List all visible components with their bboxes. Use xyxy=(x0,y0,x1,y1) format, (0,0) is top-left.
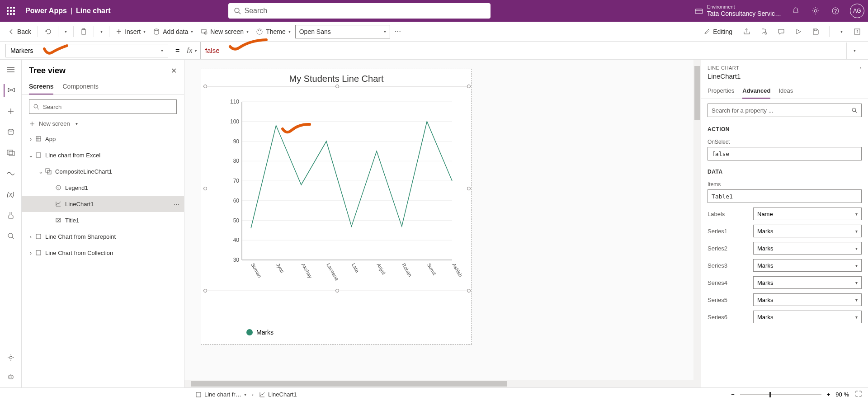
tab-components[interactable]: Components xyxy=(62,79,98,94)
rail-flows-icon[interactable] xyxy=(4,167,18,180)
zoom-out-button[interactable]: − xyxy=(731,391,735,398)
tree-view-panel: Tree view ✕ Screens Components Search Ne… xyxy=(22,60,184,387)
series-selector[interactable]: Marks▾ xyxy=(753,311,862,323)
tree-list: ›App ⌄Line chart from Excel ⌄CompositeLi… xyxy=(22,131,184,387)
comments-icon[interactable] xyxy=(776,26,787,37)
environment-picker[interactable]: Environment Tata Consultancy Servic… xyxy=(694,4,781,18)
section-data: DATA xyxy=(708,169,862,175)
publish-icon[interactable] xyxy=(852,26,863,37)
tree-item-collection-screen[interactable]: ›Line Chart from Collection xyxy=(22,245,184,261)
formula-input[interactable]: false xyxy=(200,42,843,59)
plus-icon xyxy=(29,121,35,127)
svg-rect-18 xyxy=(9,151,14,156)
tree-item-excel-screen[interactable]: ⌄Line chart from Excel xyxy=(22,147,184,163)
zoom-slider[interactable] xyxy=(740,394,821,395)
new-screen-button[interactable]: New screen▾ xyxy=(198,26,251,37)
global-search[interactable]: Search xyxy=(228,3,491,19)
editing-mode[interactable]: Editing xyxy=(701,26,735,37)
more-icon[interactable]: ⋯ xyxy=(174,201,179,208)
tree-item-composite[interactable]: ⌄CompositeLineChart1 xyxy=(22,163,184,179)
group-icon xyxy=(44,168,52,175)
app-launcher-icon[interactable] xyxy=(4,4,18,18)
search-placeholder: Search xyxy=(245,7,268,15)
svg-rect-33 xyxy=(36,250,41,255)
svg-point-8 xyxy=(154,29,159,31)
notifications-icon[interactable] xyxy=(790,5,801,16)
insert-button[interactable]: Insert▾ xyxy=(113,26,148,37)
rail-hamburger-icon[interactable] xyxy=(4,63,18,76)
breadcrumb-screen[interactable]: Line chart fr…▾ xyxy=(195,391,246,398)
tree-new-screen[interactable]: New screen▾ xyxy=(29,120,177,127)
series-label: Labels xyxy=(708,211,725,217)
series-selector[interactable]: Name▾ xyxy=(753,208,862,220)
app-checker-icon[interactable] xyxy=(759,26,769,37)
tree-item-sharepoint-screen[interactable]: ›Line Chart from Sharepoint xyxy=(22,228,184,245)
undo-more[interactable]: ▾ xyxy=(62,27,70,36)
help-icon[interactable]: ? xyxy=(830,5,841,16)
back-button[interactable]: Back xyxy=(5,26,34,37)
rail-virtual-agent-icon[interactable] xyxy=(4,370,18,383)
add-data-button[interactable]: Add data▾ xyxy=(150,26,196,37)
tree-item-app[interactable]: ›App xyxy=(22,131,184,147)
properties-panel: LINE CHART › LineChart1 Properties Advan… xyxy=(701,60,868,387)
settings-icon[interactable] xyxy=(810,5,821,16)
property-search[interactable]: Search for a property ... xyxy=(708,104,862,117)
screen-icon xyxy=(34,250,42,256)
save-more[interactable]: ▾ xyxy=(838,27,845,36)
series-row: Series5Marks▾ xyxy=(708,293,862,306)
rail-insert-icon[interactable] xyxy=(4,105,18,118)
tree-item-linechart[interactable]: LineChart1⋯ xyxy=(22,196,184,212)
items-input[interactable]: Table1 xyxy=(708,189,862,203)
breadcrumb-control[interactable]: LineChart1 xyxy=(259,391,297,398)
share-icon[interactable] xyxy=(741,26,752,37)
zoom-in-button[interactable]: + xyxy=(827,391,830,398)
overflow-button[interactable]: ⋯ xyxy=(392,26,404,37)
pencil-icon xyxy=(704,28,710,35)
horizontal-scrollbar[interactable] xyxy=(184,380,693,387)
tree-search-input[interactable]: Search xyxy=(29,99,177,114)
vertical-scrollbar[interactable] xyxy=(693,60,701,387)
tab-screens[interactable]: Screens xyxy=(29,79,53,94)
rail-search-icon[interactable] xyxy=(4,230,18,242)
save-icon[interactable] xyxy=(810,26,821,37)
series-selector[interactable]: Marks▾ xyxy=(753,225,862,237)
paste-more[interactable]: ▾ xyxy=(98,27,105,36)
tree-item-title[interactable]: Title1 xyxy=(22,212,184,228)
avatar[interactable]: AG xyxy=(850,4,864,18)
series-label: Series3 xyxy=(708,262,727,269)
panel-expand-icon[interactable]: › xyxy=(860,66,862,71)
rail-tools-icon[interactable] xyxy=(4,209,18,222)
rail-media-icon[interactable] xyxy=(4,146,18,159)
fx-label: fx▾ xyxy=(187,47,196,55)
screen-icon xyxy=(195,392,202,398)
series-row: Series2Marks▾ xyxy=(708,242,862,255)
svg-point-24 xyxy=(34,104,38,108)
series-selector[interactable]: Marks▾ xyxy=(753,259,862,272)
canvas[interactable]: My Students Line Chart 30405060708090100… xyxy=(184,60,701,387)
fit-to-window-icon[interactable] xyxy=(854,390,863,399)
undo-button[interactable] xyxy=(42,26,54,37)
svg-text:?: ? xyxy=(834,8,837,14)
close-icon[interactable]: ✕ xyxy=(171,66,177,75)
series-selector[interactable]: Marks▾ xyxy=(753,293,862,306)
theme-button[interactable]: Theme▾ xyxy=(253,26,293,37)
font-selector[interactable]: Open Sans▾ xyxy=(295,25,390,38)
formula-expand[interactable]: ▾ xyxy=(846,42,863,59)
series-selector[interactable]: Marks▾ xyxy=(753,276,862,289)
environment-icon xyxy=(694,6,703,15)
svg-point-22 xyxy=(9,377,10,377)
rail-tree-view-icon[interactable] xyxy=(4,84,18,97)
tree-item-legend[interactable]: ?Legend1 xyxy=(22,179,184,196)
onselect-input[interactable]: false xyxy=(708,147,862,160)
rail-settings-icon[interactable] xyxy=(4,351,18,364)
rail-data-icon[interactable] xyxy=(4,126,18,138)
rail-variables-icon[interactable]: (x) xyxy=(4,188,18,201)
paste-button[interactable] xyxy=(77,26,90,37)
tab-properties[interactable]: Properties xyxy=(708,84,734,99)
tab-ideas[interactable]: Ideas xyxy=(778,84,793,99)
property-selector[interactable]: Markers▾ xyxy=(5,44,168,57)
svg-rect-2 xyxy=(695,9,703,14)
preview-icon[interactable] xyxy=(793,26,804,37)
tab-advanced[interactable]: Advanced xyxy=(742,84,770,99)
series-selector[interactable]: Marks▾ xyxy=(753,242,862,255)
